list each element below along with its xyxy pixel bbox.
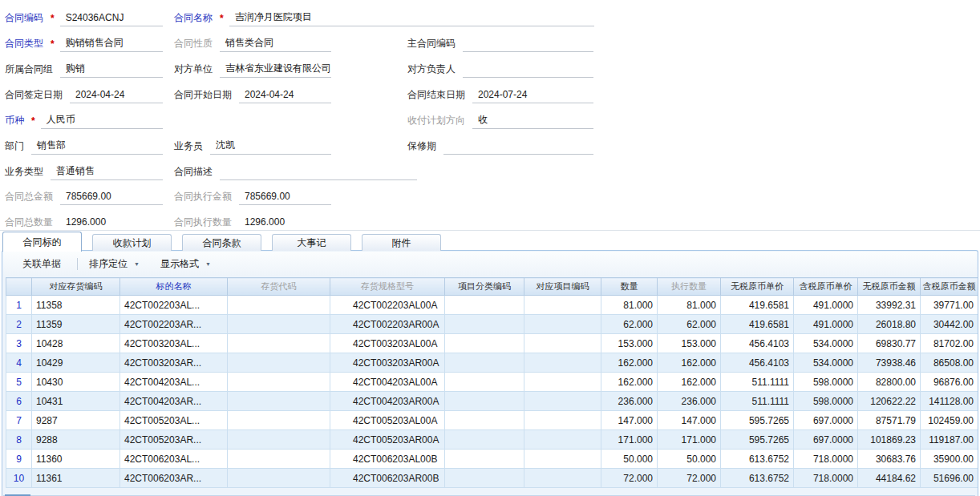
cell-inventory-code[interactable]: 10429	[32, 353, 120, 373]
column-header-inventory-code[interactable]: 对应存货编码	[32, 278, 120, 296]
column-header-amount-incl-tax[interactable]: 含税原币金额	[921, 278, 978, 296]
cell-inventory-code[interactable]: 10430	[32, 373, 120, 392]
field-input-department[interactable]: 销售部	[31, 137, 163, 155]
cell-unit-price-incl-tax[interactable]: 718.0000	[794, 469, 858, 488]
cell-executed-quantity[interactable]: 171.000	[658, 430, 721, 450]
cell-quantity[interactable]: 72.000	[601, 469, 658, 488]
cell-stock-spec-model[interactable]: 42CT002203AL00A	[330, 296, 445, 315]
cell-subject-name[interactable]: 42CT002203AL...	[120, 296, 228, 315]
cell-row-number[interactable]: 5	[6, 373, 32, 392]
cell-project-code[interactable]	[524, 334, 601, 353]
cell-inventory-code[interactable]: 9287	[32, 411, 120, 430]
cell-project-code[interactable]	[524, 315, 601, 334]
cell-subject-name[interactable]: 42CT005203AR...	[120, 430, 228, 450]
field-input-contract-end-date[interactable]: 2024-07-24	[472, 86, 593, 103]
cell-stock-spec-model[interactable]: 42CT004203AL00A	[330, 373, 445, 392]
cell-amount-incl-tax[interactable]: 141128.00	[921, 392, 978, 411]
cell-project-class-code[interactable]	[445, 353, 524, 373]
cell-project-code[interactable]	[524, 373, 601, 392]
cell-project-class-code[interactable]	[445, 373, 524, 392]
tab-contract-subject[interactable]: 合同标的	[2, 232, 82, 252]
cell-unit-price-excl-tax[interactable]: 511.1111	[721, 373, 794, 392]
field-input-contract-type[interactable]: 购销销售合同	[60, 34, 163, 52]
cell-inventory-code[interactable]: 11358	[32, 296, 120, 315]
cell-subject-name[interactable]: 42CT004203AR...	[120, 392, 228, 411]
field-input-main-contract-code[interactable]	[463, 34, 593, 52]
cell-quantity[interactable]: 162.000	[601, 353, 658, 373]
cell-quantity[interactable]: 236.000	[601, 392, 658, 411]
cell-amount-incl-tax[interactable]: 81702.00	[921, 334, 978, 353]
cell-project-class-code[interactable]	[445, 450, 524, 469]
cell-unit-price-incl-tax[interactable]: 598.0000	[794, 373, 858, 392]
cell-row-number[interactable]: 9	[6, 450, 32, 469]
cell-amount-excl-tax[interactable]: 44184.62	[858, 469, 921, 488]
column-header-unit-price-incl-tax[interactable]: 含税原币单价	[794, 278, 858, 296]
cell-project-code[interactable]	[524, 450, 601, 469]
cell-project-class-code[interactable]	[445, 392, 524, 411]
cell-executed-quantity[interactable]: 72.000	[658, 469, 721, 488]
field-input-contract-description[interactable]	[220, 163, 417, 180]
cell-project-class-code[interactable]	[445, 334, 524, 353]
cell-subject-name[interactable]: 42CT002203AR...	[120, 315, 228, 334]
cell-quantity[interactable]: 50.000	[601, 450, 658, 469]
field-input-contract-sign-date[interactable]: 2024-04-24	[70, 86, 163, 103]
column-header-quantity[interactable]: 数量	[601, 278, 658, 296]
column-header-project-code[interactable]: 对应项目编码	[524, 278, 601, 296]
cell-stock-code[interactable]	[228, 373, 330, 392]
cell-unit-price-incl-tax[interactable]: 491.0000	[794, 315, 858, 334]
cell-project-code[interactable]	[524, 392, 601, 411]
field-input-salesperson[interactable]: 沈凯	[210, 137, 331, 155]
field-input-currency[interactable]: 人民币	[41, 111, 163, 129]
cell-project-code[interactable]	[524, 353, 601, 373]
cell-stock-code[interactable]	[228, 450, 330, 469]
cell-unit-price-excl-tax[interactable]: 511.1111	[721, 392, 794, 411]
cell-executed-quantity[interactable]: 153.000	[658, 334, 721, 353]
cell-quantity[interactable]: 81.000	[601, 296, 658, 315]
field-input-contract-executed-quantity[interactable]: 1296.000	[239, 213, 331, 231]
cell-stock-code[interactable]	[228, 315, 330, 334]
cell-stock-spec-model[interactable]: 42CT005203AL00A	[330, 411, 445, 430]
cell-inventory-code[interactable]: 11360	[32, 450, 120, 469]
cell-quantity[interactable]: 153.000	[601, 334, 658, 353]
cell-project-class-code[interactable]	[445, 469, 524, 488]
cell-row-number[interactable]: 2	[6, 315, 32, 334]
cell-quantity[interactable]: 62.000	[601, 315, 658, 334]
cell-unit-price-excl-tax[interactable]: 456.4103	[721, 334, 794, 353]
column-header-stock-code[interactable]: 存货代码	[228, 278, 330, 296]
cell-row-number[interactable]: 10	[6, 469, 32, 488]
cell-amount-incl-tax[interactable]: 35900.00	[921, 450, 978, 469]
cell-stock-code[interactable]	[228, 392, 330, 411]
cell-unit-price-excl-tax[interactable]: 613.6752	[721, 469, 794, 488]
cell-unit-price-incl-tax[interactable]: 718.0000	[794, 450, 858, 469]
cell-stock-spec-model[interactable]: 42CT005203AR00A	[330, 430, 445, 450]
column-header-executed-quantity[interactable]: 执行数量	[658, 278, 721, 296]
cell-amount-excl-tax[interactable]: 26018.80	[858, 315, 921, 334]
cell-amount-excl-tax[interactable]: 82800.00	[858, 373, 921, 392]
cell-unit-price-excl-tax[interactable]: 419.6581	[721, 315, 794, 334]
cell-unit-price-excl-tax[interactable]: 613.6752	[721, 450, 794, 469]
display-format-dropdown[interactable]: 显示格式▼	[160, 257, 211, 271]
field-input-counterpart-unit[interactable]: 吉林省东业建设有限公司	[220, 60, 331, 78]
cell-amount-incl-tax[interactable]: 39771.00	[921, 296, 978, 315]
cell-inventory-code[interactable]: 11361	[32, 469, 120, 488]
cell-stock-spec-model[interactable]: 42CT003203AR00A	[330, 353, 445, 373]
column-header-subject-name[interactable]: 标的名称	[120, 278, 228, 296]
cell-unit-price-excl-tax[interactable]: 456.4103	[721, 353, 794, 373]
cell-stock-code[interactable]	[228, 430, 330, 450]
cell-quantity[interactable]: 162.000	[601, 373, 658, 392]
cell-amount-excl-tax[interactable]: 33992.31	[858, 296, 921, 315]
cell-subject-name[interactable]: 42CT006203AR...	[120, 469, 228, 488]
cell-executed-quantity[interactable]: 62.000	[658, 315, 721, 334]
cell-row-number[interactable]: 3	[6, 334, 32, 353]
cell-executed-quantity[interactable]: 162.000	[658, 373, 721, 392]
tab-milestones[interactable]: 大事记	[272, 234, 351, 251]
field-input-warranty-period[interactable]	[443, 137, 593, 155]
tab-contract-terms[interactable]: 合同条款	[182, 234, 261, 251]
cell-unit-price-excl-tax[interactable]: 595.7265	[721, 430, 794, 450]
cell-stock-code[interactable]	[228, 334, 330, 353]
cell-project-class-code[interactable]	[445, 430, 524, 450]
cell-unit-price-incl-tax[interactable]: 697.0000	[794, 411, 858, 430]
cell-amount-incl-tax[interactable]: 86508.00	[921, 353, 978, 373]
cell-row-number[interactable]: 1	[6, 296, 32, 315]
cell-executed-quantity[interactable]: 50.000	[658, 450, 721, 469]
